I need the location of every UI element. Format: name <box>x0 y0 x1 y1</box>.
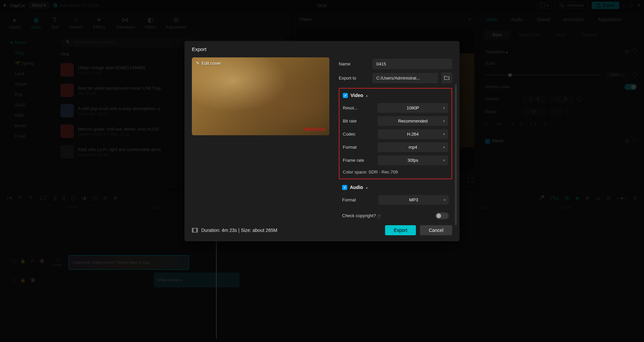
exportto-path: C:/Users/Administrat... <box>372 73 438 83</box>
video-label: Video <box>351 93 363 98</box>
copyright-label: Check copyright?? <box>342 213 381 218</box>
bitrate-label: Bit rate <box>343 118 373 124</box>
audio-settings-section: ✓ Audio ▴ FormatMP3 <box>339 183 452 208</box>
export-summary: Duration: 4m 23s | Size: about 265M <box>192 228 277 233</box>
netflix-badge: NETFLIX <box>305 127 325 132</box>
name-label: Name <box>339 61 369 66</box>
audio-format-label: Format <box>342 197 372 202</box>
framerate-select[interactable]: 30fps <box>378 155 448 165</box>
exportto-label: Export to <box>339 76 369 81</box>
bitrate-select[interactable]: Recommended <box>378 116 448 126</box>
colorspace-text: Color space: SDR - Rec.709 <box>343 167 448 175</box>
resolution-label: Resol... <box>343 105 373 110</box>
film-icon <box>192 228 198 233</box>
audio-checkbox[interactable]: ✓ <box>342 185 347 190</box>
chevron-up-icon[interactable]: ▴ <box>366 94 368 97</box>
copyright-toggle[interactable] <box>435 212 449 219</box>
format-label: Format <box>343 145 373 150</box>
edit-cover-button[interactable]: ✎ Edit cover <box>196 61 221 66</box>
video-settings-section: ✓ Video ▴ Resol...1080P Bit rateRecommen… <box>339 88 452 179</box>
folder-icon <box>444 76 449 80</box>
help-icon[interactable]: ? <box>377 214 381 218</box>
audio-format-select[interactable]: MP3 <box>378 195 449 205</box>
modal-scrollbar[interactable] <box>455 84 457 225</box>
modal-title: Export <box>184 41 460 57</box>
resolution-select[interactable]: 1080P <box>378 103 448 113</box>
name-input[interactable]: 0415 <box>372 59 452 69</box>
export-confirm-button[interactable]: Export <box>385 225 416 235</box>
video-checkbox[interactable]: ✓ <box>343 93 348 98</box>
cover-preview[interactable]: ✎ Edit cover NETFLIX <box>192 57 329 135</box>
audio-label: Audio <box>350 185 363 190</box>
codec-label: Codec <box>343 132 373 137</box>
export-modal: Export ✎ Edit cover NETFLIX Name 0415 <box>184 41 460 241</box>
format-select[interactable]: mp4 <box>378 142 448 152</box>
chevron-up-icon[interactable]: ▴ <box>366 186 368 189</box>
cancel-button[interactable]: Cancel <box>420 225 452 235</box>
framerate-label: Frame rate <box>343 158 373 163</box>
folder-button[interactable] <box>441 72 452 83</box>
codec-select[interactable]: H.264 <box>378 129 448 139</box>
pencil-icon: ✎ <box>196 61 200 66</box>
